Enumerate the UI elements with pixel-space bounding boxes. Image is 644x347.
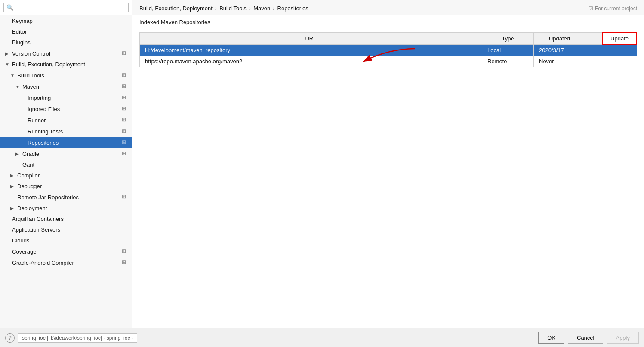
col-header-type: Type bbox=[482, 33, 534, 45]
copy-icon-coverage: ⊞ bbox=[122, 248, 129, 255]
bottom-right: OK Cancel Apply bbox=[538, 332, 639, 344]
right-panel: Build, Execution, Deployment › Build Too… bbox=[132, 0, 644, 328]
sidebar-item-importing[interactable]: Importing⊞ bbox=[0, 92, 132, 103]
breadcrumb-sep-0: › bbox=[215, 5, 217, 12]
col-header-updated: Updated bbox=[534, 33, 585, 45]
chevron-icon-deployment: ▶ bbox=[10, 206, 16, 211]
sidebar-item-label-keymap: Keymap bbox=[12, 18, 129, 24]
sidebar-item-label-importing: Importing bbox=[28, 95, 120, 101]
sidebar-item-label-gradle: Gradle bbox=[22, 151, 120, 157]
sidebar-item-label-gant: Gant bbox=[22, 161, 129, 168]
chevron-icon-compiler: ▶ bbox=[10, 173, 16, 178]
table-row[interactable]: H:/development/maven_repositoryLocal2020… bbox=[140, 45, 637, 56]
sidebar-item-ignored-files[interactable]: Ignored Files⊞ bbox=[0, 103, 132, 115]
table-cell-type-1: Remote bbox=[482, 56, 534, 67]
breadcrumb: Build, Execution, Deployment › Build Too… bbox=[132, 0, 644, 15]
sidebar-item-compiler[interactable]: ▶Compiler bbox=[0, 170, 132, 181]
ok-button[interactable]: OK bbox=[538, 332, 564, 344]
copy-icon-runner: ⊞ bbox=[122, 117, 129, 124]
sidebar-item-editor[interactable]: Editor bbox=[0, 26, 132, 37]
table-cell-empty-0 bbox=[585, 45, 637, 56]
copy-icon-running-tests: ⊞ bbox=[122, 128, 129, 135]
table-row[interactable]: https://repo.maven.apache.org/maven2Remo… bbox=[140, 56, 637, 67]
sidebar-item-coverage[interactable]: Coverage⊞ bbox=[0, 246, 132, 257]
sidebar-item-build-tools[interactable]: ▼Build Tools⊞ bbox=[0, 70, 132, 81]
sidebar-items: KeymapEditorPlugins▶Version Control⊞▼Bui… bbox=[0, 15, 132, 328]
sidebar-item-maven[interactable]: ▼Maven⊞ bbox=[0, 81, 132, 92]
chevron-icon-debugger: ▶ bbox=[10, 184, 16, 189]
cancel-button[interactable]: Cancel bbox=[568, 332, 603, 344]
sidebar-item-label-application-servers: Application Servers bbox=[12, 226, 129, 233]
breadcrumb-part-2[interactable]: Maven bbox=[253, 5, 270, 12]
sidebar-item-label-plugins: Plugins bbox=[12, 39, 129, 46]
sidebar-item-label-remote-jar-repos: Remote Jar Repositories bbox=[17, 194, 120, 201]
table-cell-type-0: Local bbox=[482, 45, 534, 56]
table-wrapper: URL Type Updated H:/development/maven_re… bbox=[139, 32, 637, 67]
for-project-label: For current project bbox=[595, 6, 637, 12]
sidebar-item-label-coverage: Coverage bbox=[12, 248, 120, 255]
sidebar-item-deployment[interactable]: ▶Deployment bbox=[0, 203, 132, 214]
breadcrumb-sep-2: › bbox=[273, 5, 274, 12]
table-cell-url-1: https://repo.maven.apache.org/maven2 bbox=[140, 56, 482, 67]
sidebar-item-running-tests[interactable]: Running Tests⊞ bbox=[0, 126, 132, 137]
sidebar-item-gant[interactable]: Gant bbox=[0, 159, 132, 170]
breadcrumb-current: Repositories bbox=[277, 5, 308, 12]
table-cell-updated-0: 2020/3/17 bbox=[534, 45, 585, 56]
copy-icon-remote-jar-repos: ⊞ bbox=[122, 194, 129, 201]
sidebar-item-clouds[interactable]: Clouds bbox=[0, 235, 132, 246]
sidebar-item-arquillian-containers[interactable]: Arquillian Containers bbox=[0, 214, 132, 224]
sidebar-item-application-servers[interactable]: Application Servers bbox=[0, 224, 132, 235]
table-cell-url-0: H:/development/maven_repository bbox=[140, 45, 482, 56]
sidebar-item-plugins[interactable]: Plugins bbox=[0, 37, 132, 48]
sidebar-item-label-repositories: Repositories bbox=[28, 139, 120, 146]
breadcrumb-path: Build, Execution, Deployment › Build Too… bbox=[139, 5, 308, 12]
update-button[interactable]: Update bbox=[602, 32, 637, 45]
copy-icon-gradle: ⊞ bbox=[122, 150, 129, 157]
repo-table: URL Type Updated H:/development/maven_re… bbox=[139, 32, 637, 67]
help-button[interactable]: ? bbox=[5, 333, 15, 343]
copy-icon-maven: ⊞ bbox=[122, 83, 129, 90]
sidebar-item-keymap[interactable]: Keymap bbox=[0, 15, 132, 26]
table-area: Update URL Type Updated bbox=[132, 29, 644, 328]
sidebar-item-repositories[interactable]: Repositories⊞ bbox=[0, 137, 132, 148]
chevron-icon-build-tools: ▼ bbox=[10, 73, 16, 78]
copy-icon-importing: ⊞ bbox=[122, 94, 129, 101]
apply-button[interactable]: Apply bbox=[607, 332, 639, 344]
copy-icon-build-tools: ⊞ bbox=[122, 72, 129, 79]
sidebar-item-label-clouds: Clouds bbox=[12, 237, 129, 244]
sidebar: KeymapEditorPlugins▶Version Control⊞▼Bui… bbox=[0, 0, 132, 328]
sidebar-item-label-running-tests: Running Tests bbox=[28, 128, 120, 135]
chevron-icon-maven: ▼ bbox=[15, 84, 22, 89]
table-cell-updated-1: Never bbox=[534, 56, 585, 67]
table-header-row: URL Type Updated bbox=[140, 33, 637, 45]
sidebar-item-label-editor: Editor bbox=[12, 28, 129, 35]
breadcrumb-part-1[interactable]: Build Tools bbox=[219, 5, 247, 12]
sidebar-item-version-control[interactable]: ▶Version Control⊞ bbox=[0, 48, 132, 59]
copy-icon-repositories: ⊞ bbox=[122, 139, 129, 146]
search-box[interactable] bbox=[0, 0, 132, 15]
bottom-left: ? spring_ioc [H:\ideawork\spring_ioc] - … bbox=[5, 333, 137, 343]
sidebar-item-label-gradle-android-compiler: Gradle-Android Compiler bbox=[12, 260, 120, 266]
table-cell-empty-1 bbox=[585, 56, 637, 67]
sidebar-item-label-build-exec-deploy: Build, Execution, Deployment bbox=[12, 61, 129, 68]
copy-icon-version-control: ⊞ bbox=[122, 50, 129, 57]
chevron-icon-gradle: ▶ bbox=[15, 152, 22, 156]
sidebar-item-label-version-control: Version Control bbox=[12, 50, 120, 57]
section-title: Indexed Maven Repositories bbox=[132, 15, 644, 29]
bottom-bar: ? spring_ioc [H:\ideawork\spring_ioc] - … bbox=[0, 328, 644, 347]
sidebar-item-label-build-tools: Build Tools bbox=[17, 72, 120, 79]
sidebar-item-runner[interactable]: Runner⊞ bbox=[0, 115, 132, 126]
update-btn-container: Update bbox=[602, 32, 637, 45]
search-input[interactable] bbox=[3, 3, 129, 12]
copy-icon-gradle-android-compiler: ⊞ bbox=[122, 259, 129, 266]
sidebar-item-gradle-android-compiler[interactable]: Gradle-Android Compiler⊞ bbox=[0, 257, 132, 268]
sidebar-item-gradle[interactable]: ▶Gradle⊞ bbox=[0, 148, 132, 159]
sidebar-item-label-debugger: Debugger bbox=[17, 183, 129, 189]
sidebar-item-build-exec-deploy[interactable]: ▼Build, Execution, Deployment bbox=[0, 59, 132, 70]
sidebar-item-debugger[interactable]: ▶Debugger bbox=[0, 181, 132, 192]
breadcrumb-part-0[interactable]: Build, Execution, Deployment bbox=[139, 5, 213, 12]
sidebar-item-remote-jar-repos[interactable]: Remote Jar Repositories⊞ bbox=[0, 192, 132, 203]
sidebar-item-label-arquillian-containers: Arquillian Containers bbox=[12, 216, 129, 222]
chevron-icon-version-control: ▶ bbox=[5, 51, 11, 56]
chevron-icon-build-exec-deploy: ▼ bbox=[5, 62, 11, 67]
